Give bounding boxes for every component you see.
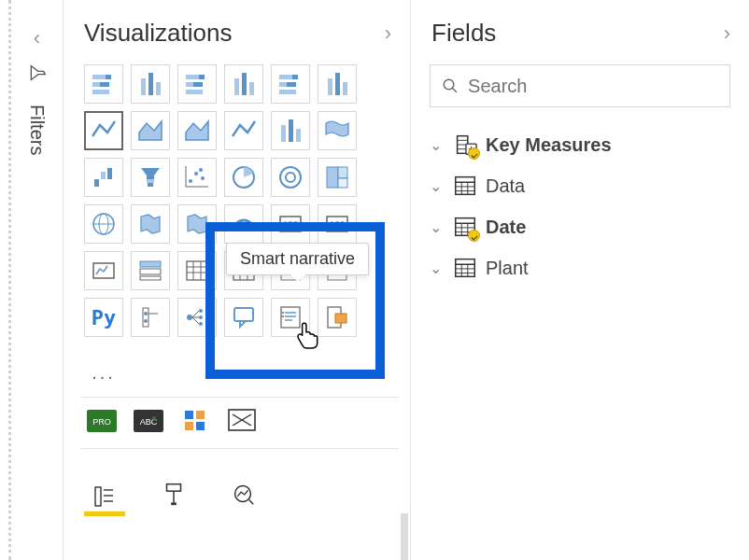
calc-table-icon <box>452 132 478 158</box>
viz-pie[interactable] <box>224 158 263 197</box>
viz-paginated-report[interactable] <box>318 298 357 337</box>
chevron-down-icon: ⌄ <box>430 177 445 195</box>
viz-qa[interactable] <box>224 298 263 337</box>
visualizations-title: Visualizations <box>84 19 233 48</box>
filters-label: Filters <box>26 105 48 155</box>
viz-funnel[interactable] <box>131 158 170 197</box>
viz-treemap[interactable] <box>318 158 357 197</box>
fields-collapse-chevron[interactable]: › <box>724 21 730 46</box>
viz-bottom-toolbar: PRO ABC <box>64 407 410 435</box>
viz-multi-row-card[interactable] <box>318 204 357 244</box>
table-icon <box>452 214 478 240</box>
viz-decomposition-tree[interactable] <box>177 298 217 337</box>
viz-map[interactable] <box>84 204 123 244</box>
chevron-down-icon: ⌄ <box>430 218 445 236</box>
field-label: Plant <box>486 258 529 279</box>
fields-title: Fields <box>431 19 496 48</box>
field-label: Key Measures <box>486 134 612 156</box>
filters-collapse-chevron[interactable]: ‹ <box>34 26 40 50</box>
scrollbar[interactable] <box>401 513 408 560</box>
viz-line-chart[interactable] <box>84 111 123 150</box>
svg-rect-91 <box>185 411 193 419</box>
viz-scatter[interactable] <box>177 158 217 197</box>
field-item-plant[interactable]: ⌄ Plant <box>430 247 749 288</box>
cursor-pointer-icon <box>295 321 319 349</box>
filters-pane-collapsed: ‹ Filters <box>11 0 64 560</box>
fields-pane: Fields › ⌄ Key Measures ⌄ Data ⌄ Date ⌄ … <box>411 0 749 560</box>
chevron-down-icon: ⌄ <box>430 136 445 154</box>
viz-filled-map[interactable] <box>131 204 170 244</box>
btn-image[interactable] <box>224 407 260 435</box>
visualizations-collapse-chevron[interactable]: › <box>385 21 391 46</box>
viz-stacked-column[interactable] <box>131 64 170 104</box>
field-item-key-measures[interactable]: ⌄ Key Measures <box>430 124 749 165</box>
selected-badge-icon <box>468 147 480 160</box>
search-icon <box>442 77 459 95</box>
viz-100-stacked-column[interactable] <box>318 64 357 104</box>
viz-gauge[interactable] <box>224 204 263 244</box>
chevron-down-icon: ⌄ <box>430 259 445 277</box>
viz-line-clustered-column[interactable] <box>271 111 310 150</box>
tooltip-smart-narrative: Smart narrative <box>226 243 369 275</box>
viz-card[interactable] <box>271 204 310 244</box>
svg-line-99 <box>452 88 457 92</box>
viz-clustered-column[interactable] <box>224 64 263 104</box>
table-icon <box>452 255 478 281</box>
svg-rect-93 <box>185 422 193 430</box>
svg-point-90 <box>152 416 156 420</box>
viz-donut[interactable] <box>271 158 310 197</box>
tab-format[interactable] <box>153 475 194 512</box>
field-item-date[interactable]: ⌄ Date <box>430 206 749 247</box>
table-icon <box>452 173 478 199</box>
tab-fields-well[interactable] <box>84 475 125 512</box>
viz-kpi[interactable] <box>84 251 123 290</box>
svg-point-98 <box>444 79 454 90</box>
viz-more-options[interactable]: ... <box>84 344 123 384</box>
fields-list: ⌄ Key Measures ⌄ Data ⌄ Date ⌄ Plant <box>411 120 749 288</box>
viz-ribbon-chart[interactable] <box>318 111 357 150</box>
viz-waterfall[interactable] <box>84 158 123 197</box>
svg-text:PRO: PRO <box>92 417 111 427</box>
viz-table[interactable] <box>177 251 217 290</box>
viz-stacked-area[interactable] <box>177 111 217 150</box>
field-label: Date <box>486 217 526 238</box>
selected-badge-icon <box>468 230 480 242</box>
viz-stacked-bar[interactable] <box>84 64 123 104</box>
viz-key-influencers[interactable] <box>131 298 170 337</box>
viz-area-chart[interactable] <box>131 111 170 150</box>
viz-clustered-bar[interactable] <box>177 64 217 104</box>
svg-rect-92 <box>196 411 205 419</box>
fields-search-input[interactable] <box>468 76 718 97</box>
btn-text-box[interactable]: ABC <box>131 407 166 435</box>
viz-line-stacked-column[interactable] <box>224 111 263 150</box>
field-label: Data <box>486 175 525 197</box>
visualizations-pane: Visualizations › <box>64 0 411 560</box>
format-tabs <box>64 458 410 512</box>
btn-buttons[interactable] <box>177 407 213 435</box>
btn-get-more-visuals[interactable]: PRO <box>84 407 120 435</box>
viz-100-stacked-bar[interactable] <box>271 64 310 104</box>
viz-shape-map[interactable] <box>177 204 217 244</box>
viz-slicer[interactable] <box>131 251 170 290</box>
fields-search-box[interactable] <box>430 64 730 107</box>
svg-rect-94 <box>196 422 205 430</box>
tab-analytics[interactable] <box>222 475 263 512</box>
viz-python-script[interactable]: Py <box>84 298 123 337</box>
field-item-data[interactable]: ⌄ Data <box>430 165 749 206</box>
visualizations-grid: Py ... <box>64 64 410 384</box>
funnel-icon <box>28 63 47 82</box>
